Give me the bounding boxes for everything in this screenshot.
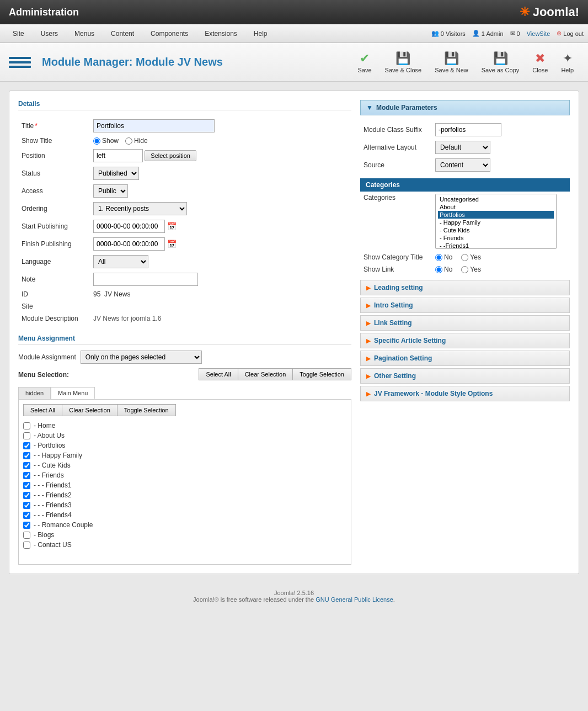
- specific-article-setting-header[interactable]: ▶ Specific Article Setting: [361, 333, 569, 348]
- alternative-layout-select[interactable]: Default: [435, 141, 490, 154]
- hide-radio[interactable]: [125, 137, 132, 145]
- footer-license-link[interactable]: GNU General Public License: [316, 596, 393, 603]
- menu-item-checkbox-4[interactable]: [23, 462, 30, 469]
- menu-item-checkbox-3[interactable]: [23, 452, 30, 459]
- menu-item-label-3: - - Happy Family: [34, 452, 82, 459]
- close-button[interactable]: ✖ Close: [527, 48, 553, 77]
- inner-select-all-button[interactable]: Select All: [23, 404, 62, 416]
- logout-btn[interactable]: ⊗ Log out: [557, 30, 584, 37]
- select-all-button[interactable]: Select All: [199, 368, 237, 380]
- nav-item-users[interactable]: Users: [33, 25, 66, 42]
- source-row: Source Content: [360, 156, 570, 174]
- menu-item-label-5: - - Friends: [34, 471, 64, 479]
- show-link-yes-label[interactable]: Yes: [461, 266, 481, 273]
- note-input[interactable]: [93, 273, 198, 286]
- specific-article-setting-section: ▶ Specific Article Setting: [360, 333, 570, 348]
- jv-framework-arrow-icon: ▶: [366, 391, 371, 397]
- inner-clear-button[interactable]: Clear Selection: [62, 404, 117, 416]
- access-select[interactable]: Public: [93, 184, 128, 198]
- show-radio[interactable]: [93, 137, 100, 145]
- menu-item-checkbox-2[interactable]: [23, 442, 30, 449]
- other-arrow-icon: ▶: [366, 373, 371, 379]
- save-new-button[interactable]: 💾 Save & New: [429, 48, 474, 77]
- menu-item-checkbox-8[interactable]: [23, 502, 30, 509]
- show-category-no-label[interactable]: No: [435, 253, 452, 261]
- other-setting-header[interactable]: ▶ Other Setting: [361, 369, 569, 383]
- menu-items-box: Select All Clear Selection Toggle Select…: [18, 399, 351, 565]
- list-item: - - - Friends4: [23, 510, 346, 520]
- menu-item-checkbox-5[interactable]: [23, 472, 30, 479]
- categories-form: Categories Uncategorised About Portfolio…: [360, 192, 570, 275]
- show-link-no-radio[interactable]: [435, 266, 442, 273]
- visitors-count: 👥 0 Visitors: [431, 30, 466, 37]
- menu-item-checkbox-7[interactable]: [23, 492, 30, 499]
- show-radio-label[interactable]: Show: [93, 137, 119, 145]
- other-setting-section: ▶ Other Setting: [360, 368, 570, 384]
- select-position-button[interactable]: Select position: [145, 150, 196, 161]
- help-button[interactable]: ✦ Help: [555, 48, 579, 77]
- status-select[interactable]: Published: [93, 167, 139, 180]
- alternative-layout-row: Alternative Layout Default: [360, 139, 570, 156]
- module-assignment-select[interactable]: Only on the pages selected: [81, 351, 202, 364]
- ordering-row: Ordering 1. Recently posts: [18, 200, 351, 217]
- pagination-setting-header[interactable]: ▶ Pagination Setting: [361, 351, 569, 365]
- close-icon: ✖: [535, 51, 545, 66]
- save-button[interactable]: ✔ Save: [352, 48, 377, 77]
- menu-item-checkbox-11[interactable]: [23, 532, 30, 539]
- show-category-title-label: Show Category Title: [364, 253, 423, 261]
- nav-item-menus[interactable]: Menus: [66, 25, 103, 42]
- menu-item-checkbox-6[interactable]: [23, 482, 30, 489]
- jv-framework-header[interactable]: ▶ JV Framework - Module Style Options: [361, 386, 569, 401]
- ordering-select[interactable]: 1. Recently posts: [93, 202, 187, 215]
- menu-item-checkbox-10[interactable]: [23, 522, 30, 529]
- collapsible-sections: ▶ Leading setting ▶ Intro Setting ▶ Link…: [360, 280, 570, 401]
- show-category-yes-radio[interactable]: [461, 254, 468, 261]
- tab-main-menu[interactable]: Main Menu: [51, 387, 95, 399]
- save-copy-button[interactable]: 💾 Save as Copy: [476, 48, 525, 77]
- save-close-button[interactable]: 💾 Save & Close: [379, 48, 427, 77]
- menu-item-checkbox-12[interactable]: [23, 542, 30, 549]
- title-input[interactable]: [93, 119, 215, 132]
- inner-toggle-button[interactable]: Toggle Selection: [117, 404, 176, 416]
- nav-item-extensions[interactable]: Extensions: [196, 25, 245, 42]
- module-class-suffix-label: Module Class Suffix: [364, 126, 422, 134]
- leading-setting-header[interactable]: ▶ Leading setting: [361, 280, 569, 295]
- menu-tabs: hidden Main Menu: [18, 387, 351, 399]
- module-class-suffix-input[interactable]: [435, 123, 501, 136]
- show-title-radio-group: Show Hide: [93, 137, 348, 145]
- position-input[interactable]: [93, 149, 143, 162]
- categories-listbox[interactable]: Uncategorised About Portfolios - Happy F…: [435, 194, 557, 249]
- footer-version: Joomla! 2.5.16: [7, 590, 581, 596]
- menu-item-checkbox-0[interactable]: [23, 422, 30, 429]
- start-publishing-input[interactable]: [93, 220, 165, 233]
- menu-item-checkbox-9[interactable]: [23, 512, 30, 519]
- intro-arrow-icon: ▶: [366, 303, 371, 309]
- module-desc-label: Module Description: [22, 315, 78, 322]
- clear-selection-button[interactable]: Clear Selection: [238, 368, 293, 380]
- finish-publishing-input[interactable]: [93, 237, 165, 251]
- menu-item-checkbox-1[interactable]: [23, 432, 30, 439]
- toggle-selection-button[interactable]: Toggle Selection: [292, 368, 351, 380]
- tab-hidden[interactable]: hidden: [18, 387, 51, 399]
- module-desc-value: JV News for joomla 1.6: [93, 315, 161, 322]
- finish-calendar-icon[interactable]: 📅: [167, 240, 177, 248]
- messages-count: ✉ 0: [510, 30, 520, 37]
- show-link-yes-radio[interactable]: [461, 266, 468, 273]
- start-calendar-icon[interactable]: 📅: [167, 222, 177, 231]
- view-site-link[interactable]: ViewSite: [527, 30, 550, 37]
- nav-item-content[interactable]: Content: [103, 25, 142, 42]
- language-select[interactable]: All: [93, 255, 148, 268]
- module-desc-row: Module Description JV News for joomla 1.…: [18, 312, 351, 325]
- nav-item-help[interactable]: Help: [245, 25, 276, 42]
- link-setting-header[interactable]: ▶ Link Setting: [361, 316, 569, 330]
- nav-item-components[interactable]: Components: [142, 25, 196, 42]
- source-select[interactable]: Content: [435, 158, 490, 172]
- intro-setting-header[interactable]: ▶ Intro Setting: [361, 298, 569, 312]
- show-category-yes-label[interactable]: Yes: [461, 253, 481, 261]
- nav-item-site[interactable]: Site: [4, 25, 33, 42]
- show-title-label: Show Title: [22, 137, 52, 145]
- admin-bar: Administration ✳ Joomla!: [0, 0, 588, 24]
- show-link-no-label[interactable]: No: [435, 266, 452, 273]
- hide-radio-label[interactable]: Hide: [125, 137, 148, 145]
- show-category-no-radio[interactable]: [435, 254, 442, 261]
